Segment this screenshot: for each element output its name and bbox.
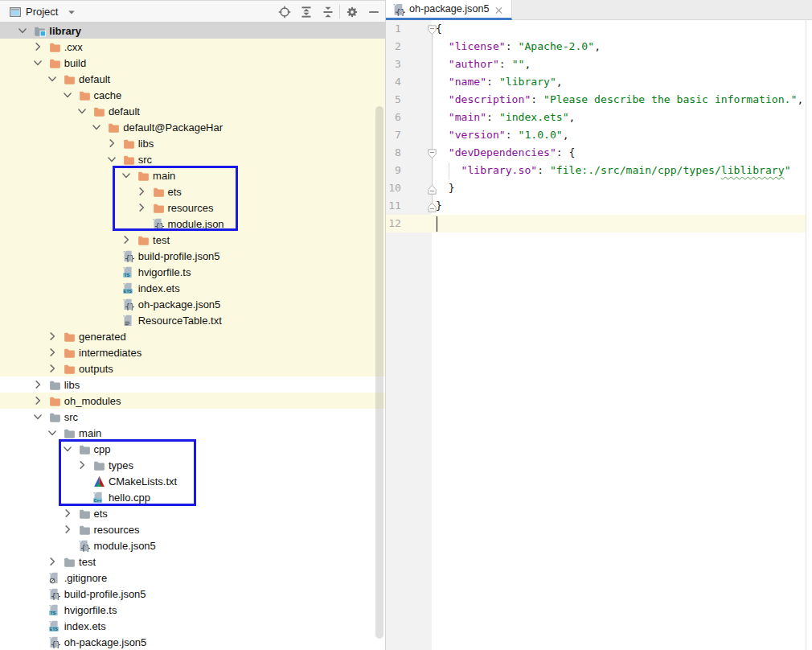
editor-tab-bar: {} oh-package.json5: [386, 0, 812, 20]
chevron-right-icon[interactable]: [46, 346, 59, 359]
project-view-switcher[interactable]: Project: [0, 1, 78, 23]
tab-title: oh-package.json5: [409, 3, 489, 14]
tree-row[interactable]: libs: [0, 376, 385, 393]
folder-o-icon: [137, 170, 150, 182]
chevron-right-icon[interactable]: [61, 523, 74, 536]
folder-o-icon: [93, 105, 105, 117]
close-icon[interactable]: [494, 4, 504, 14]
settings-button[interactable]: [346, 6, 359, 19]
code-text: }: [436, 197, 442, 215]
chevron-down-icon[interactable]: [31, 410, 44, 423]
tree-row[interactable]: {}module.json5: [0, 537, 385, 553]
chevron-spacer: [31, 619, 44, 632]
editor-scrollbar-track[interactable]: [806, 20, 812, 650]
chevron-right-icon[interactable]: [76, 459, 88, 471]
tree-row[interactable]: .cxx: [0, 39, 385, 55]
folder-o-icon: [108, 121, 120, 134]
tree-row[interactable]: test: [0, 553, 385, 570]
folder-o-icon: [153, 202, 165, 214]
chevron-right-icon[interactable]: [105, 137, 118, 150]
tree-row[interactable]: intermediates: [0, 344, 385, 360]
chevron-down-icon[interactable]: [46, 72, 59, 85]
tree-row[interactable]: types: [0, 457, 385, 473]
tree-row[interactable]: {}module.json: [0, 216, 385, 232]
chevron-down-icon[interactable]: [31, 56, 44, 69]
tree-row[interactable]: {}build-profile.json5: [0, 586, 385, 602]
locate-file-button[interactable]: [278, 6, 291, 19]
chevron-right-icon[interactable]: [46, 362, 59, 375]
tree-scrollbar-thumb[interactable]: [375, 106, 383, 639]
svg-text:C++: C++: [94, 497, 102, 502]
tree-row[interactable]: {}oh-package.json5: [0, 634, 385, 650]
chevron-down-icon[interactable]: [16, 24, 29, 37]
code-editor[interactable]: 1{2 "license": "Apache-2.0",3 "author": …: [386, 20, 812, 650]
tree-row[interactable]: ets: [0, 505, 385, 521]
tree-row[interactable]: ETSindex.ets: [0, 618, 385, 634]
tree-row[interactable]: {}build-profile.json5: [0, 248, 385, 264]
chevron-spacer: [105, 298, 118, 311]
code-line: 1{: [386, 20, 806, 38]
tree-row[interactable]: default@PackageHar: [0, 119, 385, 135]
tree-row[interactable]: ets: [0, 183, 385, 200]
tree-row[interactable]: {}oh-package.json5: [0, 296, 385, 312]
chevron-right-icon[interactable]: [46, 555, 59, 568]
tree-row[interactable]: resources: [0, 521, 385, 537]
chevron-down-icon[interactable]: [61, 442, 74, 455]
module-icon: [34, 25, 46, 37]
collapse-all-button[interactable]: [322, 6, 334, 19]
json5-file-icon: {}: [393, 3, 405, 15]
project-tree[interactable]: library.cxxbuilddefaultcachedefaultdefau…: [0, 23, 385, 650]
tree-row[interactable]: ResourceTable.txt: [0, 312, 385, 328]
tree-item-label: ets: [94, 508, 113, 520]
tree-row[interactable]: TShvigorfile.ts: [0, 602, 385, 618]
tab-oh-package-json5[interactable]: {} oh-package.json5: [386, 0, 512, 20]
chevron-down-icon[interactable]: [76, 105, 88, 117]
chevron-right-icon[interactable]: [61, 507, 74, 520]
tree-row[interactable]: cache: [0, 87, 385, 103]
chevron-right-icon[interactable]: [31, 40, 44, 53]
chevron-down-icon[interactable]: [120, 169, 133, 182]
tree-row[interactable]: test: [0, 232, 385, 248]
tree-row[interactable]: src: [0, 151, 385, 167]
tree-row[interactable]: default: [0, 71, 385, 87]
tree-row[interactable]: cpp: [0, 441, 385, 457]
tree-item-label: resources: [168, 202, 219, 214]
tree-row[interactable]: libs: [0, 135, 385, 151]
tree-row[interactable]: CMakeLists.txt: [0, 473, 385, 489]
tree-row[interactable]: build: [0, 55, 385, 71]
tool-window-icon: [9, 6, 22, 19]
tree-row[interactable]: default: [0, 103, 385, 119]
chevron-right-icon[interactable]: [31, 378, 44, 391]
tree-row[interactable]: main: [0, 167, 385, 183]
chevron-right-icon[interactable]: [120, 233, 133, 246]
line-number: 7: [386, 126, 401, 144]
chevron-down-icon[interactable]: [105, 153, 118, 166]
chevron-right-icon[interactable]: [46, 330, 59, 343]
chevron-right-icon[interactable]: [31, 394, 44, 407]
tree-item-label: ets: [168, 186, 187, 198]
tree-item-label: test: [153, 234, 174, 246]
tree-row[interactable]: main: [0, 425, 385, 441]
tree-row[interactable]: TShvigorfile.ts: [0, 264, 385, 280]
chevron-right-icon[interactable]: [135, 201, 148, 214]
tree-item-label: build: [64, 57, 91, 69]
svg-text:}: }: [85, 542, 90, 551]
expand-all-button[interactable]: [300, 6, 313, 19]
tree-row[interactable]: src: [0, 409, 385, 425]
chevron-down-icon[interactable]: [90, 121, 103, 134]
tree-row[interactable]: oh_modules: [0, 393, 385, 409]
chevron-spacer: [105, 265, 118, 278]
hide-panel-button[interactable]: [367, 6, 380, 19]
json-icon: {}: [153, 218, 165, 230]
chevron-right-icon[interactable]: [135, 185, 148, 198]
tree-row[interactable]: outputs: [0, 360, 385, 376]
tree-row[interactable]: resources: [0, 200, 385, 216]
tree-row[interactable]: generated: [0, 328, 385, 344]
tree-row[interactable]: C++hello.cpp: [0, 489, 385, 505]
tree-row[interactable]: library: [0, 23, 385, 39]
chevron-down-icon[interactable]: [61, 88, 74, 101]
tree-row[interactable]: ETSindex.ets: [0, 280, 385, 296]
tree-row[interactable]: .gitignore: [0, 570, 385, 586]
folder-g-icon: [64, 556, 76, 568]
chevron-down-icon[interactable]: [46, 426, 59, 439]
